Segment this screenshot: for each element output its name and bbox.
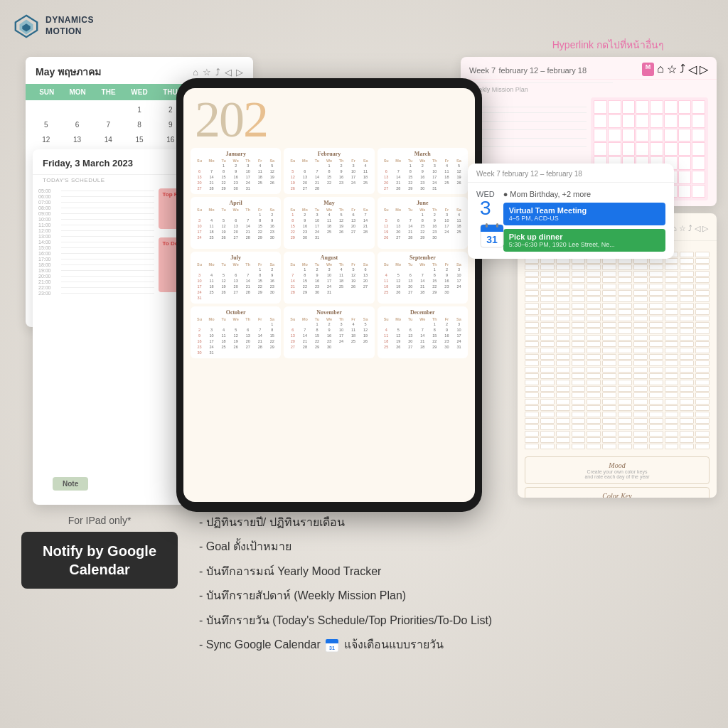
tracker-cell (587, 328, 601, 334)
month-day: 11 (254, 168, 266, 174)
month-day: 12 (380, 223, 392, 229)
tracker-cell (665, 348, 679, 353)
month-day: 30 (441, 289, 453, 295)
month-name: April (193, 200, 278, 206)
tracker-cell (618, 418, 632, 424)
month-day: 14 (242, 223, 254, 229)
tracker-cell (618, 264, 632, 270)
circle-row-1 (469, 109, 587, 115)
month-day: . (287, 267, 299, 272)
tracker-cell (680, 258, 694, 264)
month-day: 23 (323, 338, 335, 344)
bottom-section: For IPad only* Notify by Google Calendar… (0, 500, 728, 728)
weekly-grid-cell (608, 114, 621, 128)
feature-item: - Goal ตั้งเป้าหมาย (199, 539, 707, 555)
svg-text:31: 31 (329, 646, 335, 651)
tracker-cell (602, 424, 616, 430)
right-icon-3[interactable]: ▷ (702, 224, 708, 233)
month-day: 7 (205, 168, 218, 174)
month-day: 22 (218, 180, 230, 186)
right-arrow-icon[interactable]: ▷ (236, 67, 243, 77)
tracker-cell (540, 399, 555, 405)
tracker-cell (649, 328, 663, 334)
tracker-cell (540, 367, 555, 373)
month-day: 10 (193, 278, 205, 284)
tracker-cell (649, 373, 663, 379)
tracker-cell (633, 328, 648, 334)
month-day: 16 (311, 278, 323, 284)
weekly-grid-cell (608, 142, 621, 156)
month-block: JuneSuMoTuWeThFrSa...1234567891011121314… (378, 197, 468, 249)
month-day: 3 (205, 327, 218, 333)
note-box: Note (53, 477, 88, 491)
tracker-cell (695, 316, 710, 321)
tracker-cell (587, 348, 601, 353)
tracker-cell (525, 271, 539, 277)
month-day: 12 (392, 278, 405, 284)
star-icon-2[interactable]: ☆ (667, 63, 677, 76)
tracker-cell (665, 264, 679, 270)
share-icon-2[interactable]: ⤴ (680, 63, 685, 76)
right-icon-2[interactable]: ▷ (700, 63, 708, 76)
star-icon-3[interactable]: ☆ (679, 224, 686, 233)
month-day: 2 (266, 212, 278, 218)
time-label: 13:00 (38, 234, 58, 239)
tracker-cell (618, 431, 632, 437)
month-day: 11 (453, 218, 465, 223)
star-icon[interactable]: ☆ (203, 67, 211, 77)
tracker-cell (556, 380, 570, 385)
month-day: 27 (287, 344, 299, 350)
tracker-cell (556, 264, 570, 270)
left-arrow-icon[interactable]: ◁ (225, 67, 232, 77)
tracker-cell (680, 431, 694, 437)
month-day: 20 (230, 229, 242, 235)
share-icon-3[interactable]: ⤴ (688, 224, 692, 233)
left-icon-2[interactable]: ◁ (688, 63, 697, 76)
month-day: 24 (453, 284, 465, 289)
tracker-cell (540, 290, 555, 296)
month-day: 16 (266, 278, 278, 284)
tracker-column (649, 252, 663, 449)
tracker-cell (556, 392, 570, 398)
share-icon[interactable]: ⤴ (215, 67, 220, 77)
home-icon-2[interactable]: ⌂ (657, 63, 664, 76)
tracker-cell (649, 271, 663, 277)
tracker-cell (649, 258, 663, 264)
month-day: 7 (360, 212, 372, 218)
home-icon[interactable]: ⌂ (193, 67, 198, 77)
month-day: . (287, 163, 299, 168)
tracker-cell (695, 322, 710, 328)
month-day: . (299, 163, 311, 168)
month-day: 12 (453, 168, 465, 174)
month-day: 25 (218, 344, 230, 350)
month-block: JanuarySuMoTuWeThFrSa..12345678910111213… (191, 148, 281, 194)
tracker-cell (633, 444, 648, 449)
tracker-cell (572, 258, 586, 264)
month-day: 19 (218, 229, 230, 235)
tracker-cell (649, 386, 663, 392)
tracker-cell (587, 373, 601, 379)
month-day: 18 (360, 174, 372, 180)
tracker-cell (556, 290, 570, 296)
month-day: 10 (429, 168, 441, 174)
tracker-cell (556, 309, 570, 315)
month-day: 28 (417, 344, 429, 350)
month-day: 31 (205, 350, 218, 355)
tracker-cell (540, 405, 555, 411)
tracker-cell (695, 418, 710, 424)
feature-item: - บันทึกรายวัน (Today's Schedule/Top Pri… (199, 613, 707, 628)
tracker-cell (680, 341, 694, 347)
left-icon-3[interactable]: ◁ (695, 224, 700, 233)
tracker-cell (665, 418, 679, 424)
tracker-cell (540, 431, 555, 437)
month-day: . (254, 321, 266, 327)
month-day: 15 (311, 333, 323, 338)
time-row: 23:00 (38, 291, 154, 296)
month-day: 6 (230, 272, 242, 278)
month-day: 27 (348, 229, 360, 235)
month-day: 13 (242, 333, 254, 338)
tracker-cell (540, 386, 555, 392)
tracker-cell (525, 424, 539, 430)
month-day: 4 (360, 163, 372, 168)
may-day-cell: . (63, 103, 92, 117)
